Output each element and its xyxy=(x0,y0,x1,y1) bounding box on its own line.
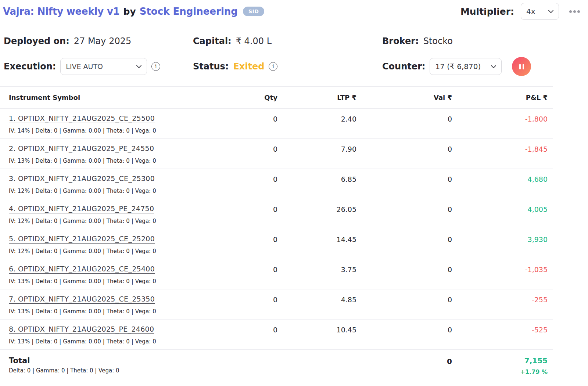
qty-cell: 0 xyxy=(226,174,277,194)
by-text: by xyxy=(123,6,136,17)
strategy-title-group: Vajra: Nifty weekly v1 by Stock Engineer… xyxy=(3,6,264,17)
multiplier-select[interactable]: 4x xyxy=(521,3,559,20)
chevron-down-icon xyxy=(491,65,496,68)
instrument-greeks: IV: 12% | Delta: 0 | Gamma: 0.00 | Theta… xyxy=(9,188,156,194)
pnl-cell: 4,005 xyxy=(452,205,548,224)
instrument-greeks: IV: 14% | Delta: 0 | Gamma: 0.00 | Theta… xyxy=(9,127,156,134)
table-row: 4. OPTIDX_NIFTY_21AUG2025_PE_24750 IV: 1… xyxy=(0,199,553,229)
instrument-greeks: IV: 13% | Delta: 0 | Gamma: 0.00 | Theta… xyxy=(9,278,156,285)
table-body: 1. OPTIDX_NIFTY_21AUG2025_CE_25500 IV: 1… xyxy=(0,109,553,350)
total-pnl-value: 7,155 xyxy=(524,356,548,365)
instrument-symbol-link[interactable]: 7. OPTIDX_NIFTY_21AUG2025_CE_25350 xyxy=(9,295,155,303)
ellipsis-icon xyxy=(573,10,576,13)
total-label: Total xyxy=(9,356,30,365)
capital-value: ₹ 4.00 L xyxy=(236,36,272,46)
instrument-greeks: IV: 13% | Delta: 0 | Gamma: 0.00 | Theta… xyxy=(9,308,156,315)
execution-label: Execution: xyxy=(4,61,56,72)
pnl-cell: 3,930 xyxy=(452,235,548,255)
col-header-symbol: Instrument Symbol xyxy=(9,94,226,101)
instrument-greeks: IV: 12% | Delta: 0 | Gamma: 0.00 | Theta… xyxy=(9,248,156,255)
val-cell: 0 xyxy=(356,325,452,345)
execution-select[interactable]: LIVE AUTO xyxy=(60,58,147,75)
strategy-title: Vajra: Nifty weekly v1 xyxy=(3,6,120,17)
instrument-greeks: IV: 13% | Delta: 0 | Gamma: 0.00 | Theta… xyxy=(9,338,156,345)
pnl-cell: 4,680 xyxy=(452,174,548,194)
pnl-cell: -255 xyxy=(452,295,548,315)
sid-badge: SID xyxy=(243,7,264,16)
pause-icon xyxy=(519,64,524,69)
qty-cell: 0 xyxy=(226,265,277,285)
deployed-on-cell: Deployed on: 27 May 2025 xyxy=(4,33,193,50)
capital-label: Capital: xyxy=(193,36,232,46)
multiplier-value: 4x xyxy=(526,7,535,16)
pause-strategy-button[interactable] xyxy=(512,57,531,76)
counter-value: 17 (₹ 6,870) xyxy=(435,62,481,71)
instrument-symbol-link[interactable]: 2. OPTIDX_NIFTY_21AUG2025_PE_24550 xyxy=(9,144,154,152)
deployment-info-panel: Deployed on: 27 May 2025 Capital: ₹ 4.00… xyxy=(0,23,588,85)
qty-cell: 0 xyxy=(226,295,277,315)
topbar-right: Multiplier: 4x xyxy=(460,3,581,20)
instrument-symbol-link[interactable]: 4. OPTIDX_NIFTY_21AUG2025_PE_24750 xyxy=(9,205,154,213)
table-total-row: Total Delta: 0 | Gamma: 0 | Theta: 0 | V… xyxy=(0,350,553,380)
table-row: 7. OPTIDX_NIFTY_21AUG2025_CE_25350 IV: 1… xyxy=(0,289,553,320)
col-header-val: Val ₹ xyxy=(356,94,452,101)
execution-cell: Execution: LIVE AUTO i xyxy=(4,57,193,76)
ltp-cell: 7.90 xyxy=(277,144,356,164)
instrument-symbol-link[interactable]: 1. OPTIDX_NIFTY_21AUG2025_CE_25500 xyxy=(9,114,155,122)
table-header-row: Instrument Symbol Qty LTP ₹ Val ₹ P&L ₹ xyxy=(0,87,553,109)
val-cell: 0 xyxy=(356,174,452,194)
pnl-cell: -1,035 xyxy=(452,265,548,285)
broker-value: Stocko xyxy=(423,36,453,46)
qty-cell: 0 xyxy=(226,144,277,164)
ltp-cell: 2.40 xyxy=(277,114,356,134)
more-options-button[interactable] xyxy=(569,8,581,15)
ellipsis-icon xyxy=(577,10,580,13)
broker-label: Broker: xyxy=(382,36,419,46)
table-row: 5. OPTIDX_NIFTY_21AUG2025_CE_25200 IV: 1… xyxy=(0,229,553,259)
instruments-table: Instrument Symbol Qty LTP ₹ Val ₹ P&L ₹ … xyxy=(0,86,553,380)
total-pnl-percent: +1.79 % xyxy=(520,368,548,375)
multiplier-label: Multiplier: xyxy=(460,6,514,17)
ltp-cell: 10.45 xyxy=(277,325,356,345)
chevron-down-icon xyxy=(136,65,141,68)
author-name: Stock Engineering xyxy=(140,6,238,17)
total-qty-cell xyxy=(226,356,277,375)
col-header-qty: Qty xyxy=(226,94,277,101)
ellipsis-icon xyxy=(569,10,572,13)
col-header-pnl: P&L ₹ xyxy=(452,94,548,101)
counter-cell: Counter: 17 (₹ 6,870) xyxy=(382,57,581,76)
total-greeks: Delta: 0 | Gamma: 0 | Theta: 0 | Vega: 0 xyxy=(9,367,119,374)
chevron-down-icon xyxy=(548,10,553,13)
pnl-cell: -525 xyxy=(452,325,548,345)
top-header: Vajra: Nifty weekly v1 by Stock Engineer… xyxy=(0,0,588,23)
qty-cell: 0 xyxy=(226,114,277,134)
status-cell: Status: Exited i xyxy=(193,57,382,76)
instrument-symbol-link[interactable]: 6. OPTIDX_NIFTY_21AUG2025_CE_25400 xyxy=(9,265,155,273)
total-val-cell: 0 xyxy=(356,356,452,375)
instrument-symbol-link[interactable]: 5. OPTIDX_NIFTY_21AUG2025_CE_25200 xyxy=(9,235,155,243)
instrument-symbol-link[interactable]: 3. OPTIDX_NIFTY_21AUG2025_CE_25300 xyxy=(9,174,155,183)
deployed-on-label: Deployed on: xyxy=(4,36,69,46)
instrument-greeks: IV: 12% | Delta: 0 | Gamma: 0.00 | Theta… xyxy=(9,218,156,224)
execution-info-icon[interactable]: i xyxy=(151,62,160,71)
ltp-cell: 6.85 xyxy=(277,174,356,194)
table-row: 1. OPTIDX_NIFTY_21AUG2025_CE_25500 IV: 1… xyxy=(0,109,553,139)
status-info-icon[interactable]: i xyxy=(269,62,277,71)
status-label: Status: xyxy=(193,61,229,72)
val-cell: 0 xyxy=(356,265,452,285)
instrument-greeks: IV: 13% | Delta: 0 | Gamma: 0.00 | Theta… xyxy=(9,158,156,164)
table-row: 3. OPTIDX_NIFTY_21AUG2025_CE_25300 IV: 1… xyxy=(0,169,553,199)
broker-cell: Broker: Stocko xyxy=(382,33,581,50)
table-row: 8. OPTIDX_NIFTY_21AUG2025_PE_24600 IV: 1… xyxy=(0,320,553,350)
qty-cell: 0 xyxy=(226,325,277,345)
total-pnl-cell: 7,155 +1.79 % xyxy=(452,356,548,375)
capital-cell: Capital: ₹ 4.00 L xyxy=(193,33,382,50)
val-cell: 0 xyxy=(356,144,452,164)
total-ltp-cell xyxy=(277,356,356,375)
ltp-cell: 26.05 xyxy=(277,205,356,224)
counter-select[interactable]: 17 (₹ 6,870) xyxy=(430,58,502,75)
instrument-symbol-link[interactable]: 8. OPTIDX_NIFTY_21AUG2025_PE_24600 xyxy=(9,325,154,333)
ltp-cell: 14.45 xyxy=(277,235,356,255)
val-cell: 0 xyxy=(356,205,452,224)
table-row: 2. OPTIDX_NIFTY_21AUG2025_PE_24550 IV: 1… xyxy=(0,139,553,169)
